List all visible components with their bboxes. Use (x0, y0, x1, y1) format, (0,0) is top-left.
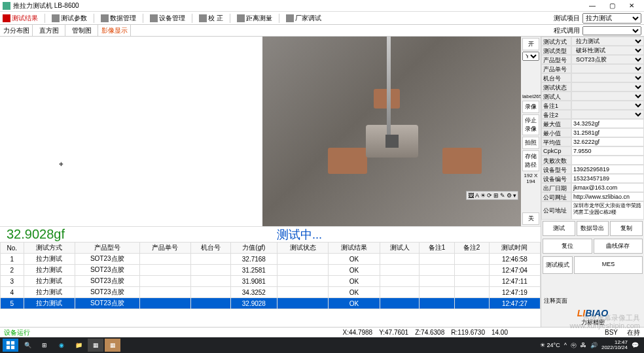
prop-select[interactable] (572, 83, 643, 91)
prop-select[interactable]: SOT23点胶 (572, 56, 643, 63)
table-header[interactable]: 备注1 (420, 243, 454, 254)
maximize-button[interactable]: ▢ (602, 2, 622, 9)
record-button[interactable]: 录像 (522, 101, 539, 113)
cam-tool-1[interactable]: A (475, 192, 479, 199)
toolbar-test-params[interactable]: 测试参数 (52, 14, 87, 23)
table-row[interactable]: 5拉力测试SOT23点胶32.9028OK12:47:27 (1, 298, 541, 309)
toolbar-calibrate[interactable]: 校 正 (199, 14, 223, 23)
tray-chevron-icon[interactable]: ^ (564, 342, 567, 348)
table-cell: SOT23点胶 (75, 276, 139, 287)
test-status: 测试中... (65, 227, 534, 243)
camera-open-button[interactable]: 开 (522, 38, 539, 50)
toolbar-factory-debug[interactable]: 厂家调试 (286, 14, 321, 23)
table-header[interactable]: 测试状态 (277, 243, 329, 254)
tab-image-display[interactable]: 影像显示 (98, 25, 131, 36)
table-header[interactable]: 力值(gf) (230, 243, 277, 254)
close-button[interactable]: ✕ (622, 2, 641, 9)
table-header[interactable]: 备注2 (454, 243, 489, 254)
prop-value: 深圳市龙华区大浪街道华荣路鸿富工业园C栋2楼 (571, 201, 644, 220)
export-button[interactable]: 数据导出 (577, 221, 609, 236)
reset-button[interactable]: 复位 (543, 239, 592, 254)
network-icon[interactable]: 🖧 (581, 342, 586, 348)
target-icon (199, 14, 207, 22)
table-header[interactable]: 机台号 (190, 243, 230, 254)
toolbar-device-manage[interactable]: 设备管理 (150, 14, 185, 23)
prop-select[interactable]: 拉力测试 (572, 37, 643, 45)
tab-histogram[interactable]: 直方图 (33, 25, 65, 36)
camera-close-button[interactable]: 关 (522, 212, 539, 225)
taskbar-clock[interactable]: 12:472022/10/24 (601, 340, 628, 350)
test-item-select[interactable]: 拉力测试 (582, 13, 641, 24)
table-header[interactable]: 测试人 (380, 243, 420, 254)
minimize-button[interactable]: — (582, 2, 602, 9)
results-table[interactable]: No.测试方式产品型号产品单号机台号力值(gf)测试状态测试结果测试人备注1备注… (0, 242, 541, 309)
prop-value (571, 64, 644, 73)
tab-control-chart[interactable]: 管制图 (65, 25, 98, 36)
camera-coord: 192 X 194 (522, 173, 539, 184)
snapshot-button[interactable]: 拍照 (522, 137, 539, 149)
notification-icon[interactable]: 💬 (632, 342, 639, 348)
edge-icon[interactable]: ◉ (54, 339, 69, 352)
cam-tool-5[interactable]: ✎ (500, 192, 505, 199)
camera-view[interactable]: 🖼 A ☀ ⟳ ⊞ ✎ ⚙ ▾ (262, 37, 521, 226)
prop-select[interactable] (572, 65, 643, 73)
prop-select[interactable] (572, 92, 643, 100)
table-cell (277, 276, 329, 287)
program-select[interactable] (582, 26, 641, 35)
windows-taskbar[interactable]: 🔍 ⊞ ◉ 📁 ▦ ▦ ☀ 24°C ^ ㊥ 🖧 🔊 12:472022/10/… (0, 337, 644, 353)
prop-key: 产品型号 (541, 55, 571, 64)
tab-force-dist[interactable]: 力分布图 (0, 25, 33, 36)
test-button[interactable]: 测试 (543, 221, 575, 236)
table-cell (420, 265, 454, 276)
table-row[interactable]: 2拉力测试SOT23点胶31.2581OK12:47:04 (1, 265, 541, 276)
cam-tool-3[interactable]: ⟳ (487, 192, 492, 199)
table-header[interactable]: 测试结果 (329, 243, 380, 254)
prop-select[interactable] (572, 110, 643, 118)
toolbar-data-manage[interactable]: 数据管理 (101, 14, 136, 23)
app-icon-2[interactable]: ▦ (105, 339, 120, 352)
chart-icon (3, 14, 10, 22)
table-header[interactable]: 测试时间 (489, 243, 540, 254)
prop-key: 测试方式 (541, 37, 571, 46)
start-button[interactable] (3, 339, 18, 352)
cam-tool-7[interactable]: ▾ (513, 192, 516, 199)
stop-record-button[interactable]: 停止录像 (522, 114, 539, 135)
table-header[interactable]: No. (1, 243, 24, 254)
prop-value (571, 92, 644, 101)
prop-value: 32.6222gf (571, 137, 644, 146)
save-curve-button[interactable]: 曲线保存 (594, 239, 643, 254)
table-cell: 5 (1, 298, 24, 309)
cam-tool-6[interactable]: ⚙ (507, 192, 512, 199)
test-mode-value[interactable]: MES (574, 256, 643, 274)
search-icon[interactable]: 🔍 (20, 339, 35, 352)
cam-tool-2[interactable]: ☀ (480, 192, 486, 199)
app-icon-1[interactable]: ▦ (88, 339, 103, 352)
explorer-icon[interactable]: 📁 (71, 339, 86, 352)
table-cell (190, 298, 230, 309)
table-header[interactable]: 测试方式 (24, 243, 75, 254)
table-row[interactable]: 1拉力测试SOT23点胶32.7168OK12:46:58 (1, 254, 541, 265)
save-path-button[interactable]: 存储路径 (522, 150, 539, 171)
table-header[interactable]: 产品单号 (139, 243, 190, 254)
table-row[interactable]: 3拉力测试SOT23点胶31.9081OK12:47:11 (1, 276, 541, 287)
volume-icon[interactable]: 🔊 (590, 342, 598, 348)
prop-select[interactable] (572, 74, 643, 82)
cam-tool-0[interactable]: 🖼 (468, 192, 474, 199)
task-view-icon[interactable]: ⊞ (37, 339, 52, 352)
toolbar-distance[interactable]: 距离测量 (237, 14, 272, 23)
copy-button[interactable]: 复制 (610, 221, 643, 236)
toolbar-test-result[interactable]: 测试结果 (3, 14, 38, 23)
prop-select[interactable] (572, 101, 643, 109)
camera-mode-select[interactable]: YW500 (522, 52, 539, 61)
cam-tool-4[interactable]: ⊞ (493, 192, 499, 199)
table-cell: 1 (1, 254, 24, 265)
app-icon (3, 2, 10, 10)
ime-icon[interactable]: ㊥ (571, 341, 577, 350)
table-header[interactable]: 产品型号 (75, 243, 139, 254)
table-row[interactable]: 4拉力测试SOT23点胶34.3252OK12:47:19 (1, 287, 541, 298)
weather-widget[interactable]: ☀ 24°C (540, 342, 560, 348)
prop-key: 测试状态 (541, 82, 571, 92)
notes-page-button[interactable]: 注释页面 (541, 294, 570, 308)
prop-select[interactable]: 破坏性测试 (572, 46, 643, 54)
svg-rect-2 (7, 346, 10, 349)
